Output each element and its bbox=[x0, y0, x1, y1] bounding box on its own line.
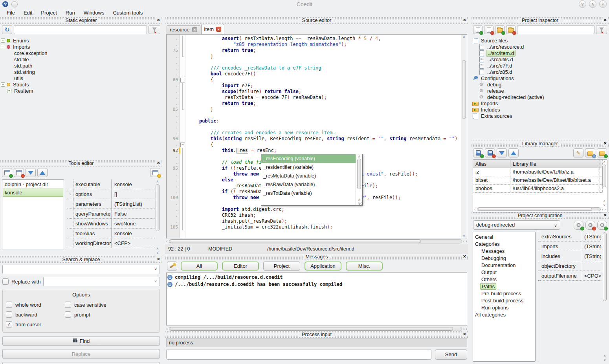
symbol-tree-item[interactable]: − Imports bbox=[1, 44, 161, 50]
close-button[interactable]: × bbox=[599, 0, 607, 8]
config-vertical-scrollbar[interactable]: ∧ ∨ bbox=[602, 232, 607, 362]
add-tool-button[interactable] bbox=[2, 168, 12, 177]
symbol-tree-item[interactable]: − Structs bbox=[1, 81, 161, 88]
checkbox[interactable] bbox=[6, 311, 12, 318]
search-option[interactable]: prompt bbox=[65, 311, 156, 318]
property-value[interactable]: (TStringList) bbox=[582, 253, 601, 259]
search-option[interactable]: ✓ from cursor bbox=[6, 321, 65, 327]
send-button[interactable]: Send bbox=[435, 349, 467, 360]
tools-editor-header[interactable]: Tools editor × bbox=[0, 160, 162, 166]
category-item[interactable]: Output bbox=[480, 269, 534, 276]
run-tool-button[interactable] bbox=[150, 168, 160, 177]
checkbox[interactable] bbox=[65, 311, 71, 318]
replace-with-checkbox[interactable] bbox=[2, 278, 9, 285]
add-config-button[interactable] bbox=[574, 221, 583, 230]
messages-header[interactable]: Messages × bbox=[165, 254, 468, 260]
add-source-button[interactable] bbox=[473, 25, 482, 34]
menu-item[interactable]: Windows bbox=[80, 9, 108, 16]
editor-vertical-scrollbar[interactable]: ∧ ∨ bbox=[461, 35, 467, 238]
move-library-up-button[interactable] bbox=[508, 148, 519, 157]
symbol-filter-input[interactable] bbox=[14, 25, 147, 34]
shade-button[interactable]: ∨ bbox=[579, 0, 586, 8]
panel-close-icon[interactable]: × bbox=[602, 212, 608, 218]
find-button[interactable]: Find bbox=[2, 336, 160, 346]
category-item[interactable]: Others bbox=[480, 276, 534, 283]
add-library-button[interactable] bbox=[473, 148, 483, 157]
completion-item[interactable]: _resEncoding (variable) bbox=[261, 154, 356, 163]
panel-close-icon[interactable]: × bbox=[462, 254, 467, 260]
panel-close-icon[interactable]: × bbox=[602, 17, 608, 23]
category-item[interactable]: Pre-build process bbox=[480, 290, 534, 297]
message-filter-button[interactable]: Application bbox=[304, 262, 341, 271]
symbol-tree-item[interactable]: std.path bbox=[7, 62, 161, 69]
move-tool-up-button[interactable] bbox=[37, 168, 48, 177]
library-row[interactable]: phobos /usr/lib64/libphobos2.a /usr bbox=[473, 185, 602, 193]
config-property-row[interactable]: includes (TStringList) bbox=[538, 251, 601, 261]
library-horizontal-scrollbar[interactable]: ‹ ‹› bbox=[473, 207, 607, 212]
replace-input[interactable]: ∨ bbox=[43, 277, 160, 286]
library-row[interactable]: iz /home/basile/Dev/Iz/lib/iz.a /home bbox=[473, 168, 602, 176]
project-tree-item[interactable]: ../src/z85.d bbox=[478, 69, 608, 75]
category-item[interactable]: Paths bbox=[480, 283, 534, 290]
panel-close-icon[interactable]: × bbox=[156, 256, 161, 262]
project-tree-item[interactable]: Imports bbox=[472, 100, 608, 106]
panel-close-icon[interactable]: × bbox=[156, 17, 161, 23]
completion-item[interactable]: _resTxtData (variable) bbox=[261, 189, 356, 198]
search-option[interactable]: whole word bbox=[6, 302, 65, 308]
add-library-folder-button[interactable] bbox=[597, 148, 607, 157]
editor-horizontal-scrollbar[interactable]: ‹ ‹› bbox=[165, 238, 468, 244]
tool-item[interactable]: konsole bbox=[3, 188, 63, 197]
properties-vertical-scrollbar[interactable]: ∧ ∧ ∨ bbox=[155, 179, 160, 254]
chevron-down-icon[interactable]: ∨ bbox=[154, 278, 157, 284]
filter-button[interactable] bbox=[596, 25, 607, 34]
config-property-row[interactable]: objectDirectory bbox=[538, 261, 601, 271]
process-input-field[interactable] bbox=[166, 349, 431, 360]
checkbox[interactable] bbox=[65, 302, 71, 308]
message-filter-button[interactable]: Misc. bbox=[346, 262, 383, 271]
vertical-splitter[interactable] bbox=[468, 17, 471, 364]
project-tree-item[interactable]: ../src/utils.d bbox=[478, 56, 608, 62]
library-manager-header[interactable]: Library manager × bbox=[471, 141, 609, 147]
library-row[interactable]: bitset /home/basile/Dev/Bitset/lib/bitse… bbox=[473, 176, 602, 185]
remove-tool-button[interactable] bbox=[14, 168, 24, 177]
message-row[interactable]: i /.../build/resource.d.coedit has been … bbox=[167, 281, 466, 288]
symbol-tree-item[interactable]: std.file bbox=[7, 56, 161, 62]
project-tree-item[interactable]: debug-redirected (active) bbox=[478, 94, 608, 100]
sync-config-button[interactable] bbox=[597, 221, 607, 230]
static-explorer-header[interactable]: Static explorer × bbox=[0, 17, 162, 24]
replace-all-button[interactable]: Replace all bbox=[2, 362, 160, 364]
completion-scrollbar[interactable]: ∧ ∧ ∨ bbox=[356, 154, 362, 205]
editor-tab[interactable]: resource × bbox=[167, 25, 200, 34]
expander-icon[interactable]: − bbox=[1, 82, 5, 87]
property-value[interactable]: [] bbox=[112, 191, 155, 197]
checkbox[interactable]: ✓ bbox=[6, 321, 12, 327]
library-from-project-button[interactable] bbox=[585, 148, 595, 157]
menu-item[interactable]: Project bbox=[37, 9, 60, 16]
project-inspector-header[interactable]: Project inspector × bbox=[471, 17, 609, 24]
tab-close-icon[interactable]: × bbox=[216, 27, 221, 32]
message-filter-button[interactable]: All bbox=[181, 262, 218, 271]
category-item[interactable]: All categories bbox=[474, 311, 534, 318]
property-value[interactable]: <CFP> bbox=[112, 240, 155, 246]
project-tree-item[interactable]: Includes bbox=[472, 106, 608, 113]
category-item[interactable]: Run options bbox=[480, 304, 534, 311]
property-value[interactable]: swoNone bbox=[112, 221, 155, 227]
remove-source-button[interactable] bbox=[484, 25, 493, 34]
menu-item[interactable]: Custom tools bbox=[109, 9, 146, 16]
symbol-tree-item[interactable]: + ResItem bbox=[7, 88, 161, 94]
code-editor[interactable]: . assert(_resTxtData.length == _resRawDa… bbox=[166, 34, 467, 238]
project-tree-item[interactable]: debug bbox=[478, 81, 608, 88]
property-row[interactable]: › options [] bbox=[67, 189, 155, 199]
panel-close-icon[interactable]: × bbox=[462, 17, 467, 23]
replace-button[interactable]: Replace bbox=[2, 349, 160, 359]
editor-tab[interactable]: item × bbox=[201, 24, 225, 34]
expander-icon[interactable]: − bbox=[1, 45, 5, 49]
symbol-tree-item[interactable]: utils bbox=[7, 75, 161, 81]
symbol-tree-item[interactable]: std.string bbox=[7, 69, 161, 75]
add-folder-button[interactable] bbox=[495, 25, 504, 34]
search-input[interactable]: ∨ bbox=[2, 265, 160, 274]
resize-grip[interactable] bbox=[359, 202, 362, 205]
search-replace-header[interactable]: Search & replace × bbox=[0, 256, 162, 263]
completion-item[interactable]: _resMetaData (variable) bbox=[261, 172, 356, 180]
menu-item[interactable]: Edit bbox=[20, 9, 36, 16]
